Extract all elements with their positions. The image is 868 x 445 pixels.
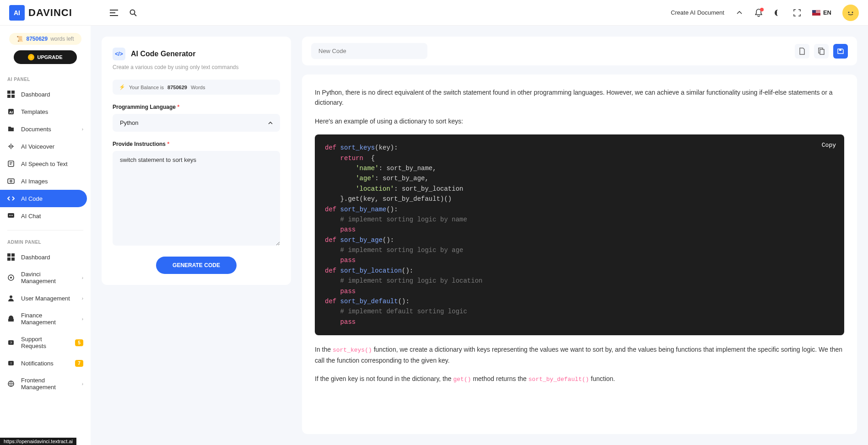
copy-code-button[interactable]: Copy [822, 141, 836, 150]
inline-code: get() [453, 376, 471, 383]
status-bar: https://openaidavinci.textract.ai [0, 438, 76, 445]
code-token: sort_by_name [336, 206, 386, 213]
create-ai-document-link[interactable]: Create AI Document [671, 9, 724, 16]
instructions-label-text: Provide Instructions [113, 141, 166, 147]
sidebar-item-label: Davinci Management [21, 271, 75, 284]
sidebar-item-templates[interactable]: AI Templates [0, 103, 91, 120]
svg-rect-17 [7, 253, 11, 257]
logo-text: Davinci [28, 7, 72, 19]
chevron-right-icon: › [82, 275, 83, 280]
code-token: 'name' [325, 165, 379, 172]
sidebar-item-chat[interactable]: AI Chat [0, 207, 91, 225]
svg-rect-6 [7, 95, 11, 98]
code-token: sort_keys [336, 144, 375, 151]
document-icon-button[interactable] [795, 44, 809, 59]
instructions-wrapper [113, 151, 280, 246]
chevron-right-icon: › [82, 127, 83, 132]
sidebar-item-finance-mgmt[interactable]: Finance Management › [0, 307, 91, 331]
code-token: return [325, 155, 363, 162]
svg-rect-19 [7, 257, 11, 261]
svg-text:!: ! [11, 361, 11, 365]
flag-us-icon [812, 10, 820, 16]
balance-amount: 8750629 [167, 85, 187, 90]
images-icon [7, 177, 15, 185]
chevron-up-icon[interactable] [735, 9, 744, 17]
language-select[interactable]: Python [113, 114, 280, 132]
upgrade-bolt-icon: ⚡ [28, 54, 34, 60]
sidebar-item-notifications[interactable]: ! Notifications 7 [0, 354, 91, 372]
voiceover-icon [7, 143, 15, 150]
sidebar-item-davinci-mgmt[interactable]: Davinci Management › [0, 266, 91, 290]
notifications-bell-icon[interactable] [755, 9, 763, 17]
code-token: (): [386, 206, 398, 213]
sidebar-item-speech[interactable]: AI Speech to Text [0, 155, 91, 172]
menu-toggle-icon[interactable] [110, 9, 118, 17]
language-selector[interactable]: EN [812, 9, 831, 16]
svg-rect-31 [839, 49, 841, 51]
sidebar-item-label: Templates [21, 108, 48, 115]
balance-suffix: Words [191, 85, 205, 90]
header-left-icons [110, 9, 137, 17]
bolt-icon: ⚡ [119, 84, 125, 90]
code-token: def [325, 267, 336, 274]
sidebar-item-label: Dashboard [21, 254, 50, 261]
sidebar-item-code[interactable]: AI Code [0, 190, 87, 207]
code-token: sort_by_location [336, 267, 402, 274]
code-token: (): [402, 267, 413, 274]
notification-icon: ! [7, 359, 15, 367]
instructions-input[interactable] [120, 156, 273, 239]
divider [7, 230, 83, 231]
avatar[interactable] [842, 5, 859, 21]
dark-mode-icon[interactable] [774, 9, 782, 17]
output-header [302, 37, 857, 65]
svg-point-23 [10, 295, 12, 298]
sidebar-item-admin-dashboard[interactable]: Dashboard [0, 248, 91, 266]
code-token: (): [383, 236, 394, 244]
sidebar-item-images[interactable]: AI Images [0, 172, 91, 190]
code-token: : sort_by_name, [379, 165, 437, 172]
sidebar-item-label: Frontend Management [21, 377, 75, 391]
output-body: In Python, there is no direct equivalent… [302, 75, 857, 434]
sidebar-item-documents[interactable]: Documents › [0, 120, 91, 138]
balance-prefix: Your Balance is [129, 85, 164, 90]
code-token: (key): [375, 144, 398, 151]
sidebar-item-frontend-mgmt[interactable]: Frontend Management › [0, 372, 91, 396]
money-icon [7, 315, 15, 322]
dashboard-icon [7, 91, 15, 98]
gear-icon [7, 274, 15, 281]
section-ai-panel: AI PANEL [0, 73, 91, 86]
sidebar-item-dashboard[interactable]: Dashboard [0, 86, 91, 103]
svg-rect-10 [8, 161, 14, 166]
svg-point-22 [10, 277, 12, 279]
upgrade-button[interactable]: ⚡ UPGRADE [14, 50, 77, 64]
code-token: pass [325, 288, 356, 295]
sidebar-item-user-mgmt[interactable]: User Management › [0, 290, 91, 307]
user-icon [7, 295, 15, 302]
templates-icon: AI [7, 108, 15, 115]
svg-point-1 [846, 8, 856, 18]
generate-button[interactable]: GENERATE CODE [156, 257, 237, 274]
svg-point-14 [9, 215, 10, 216]
text-span: In the [315, 346, 333, 353]
sidebar-item-label: Support Requests [21, 336, 69, 349]
text-span: function. [589, 375, 615, 382]
search-icon[interactable] [129, 9, 137, 17]
notification-dot [760, 8, 764, 11]
chevron-right-icon: › [82, 316, 83, 322]
code-token: # implement sorting logic by location [325, 277, 482, 284]
svg-point-16 [12, 215, 13, 216]
code-token: def [325, 144, 336, 151]
balance-icon: 📜 [16, 36, 23, 42]
svg-rect-30 [820, 49, 824, 54]
sidebar-item-support[interactable]: ? Support Requests 5 [0, 331, 91, 354]
sidebar-item-voiceover[interactable]: AI Voiceover [0, 138, 91, 155]
code-token: # implement default sorting logic [325, 308, 467, 315]
code-title-input[interactable] [311, 43, 427, 59]
logo[interactable]: AI Davinci [9, 5, 92, 21]
svg-rect-7 [11, 95, 15, 98]
copy-icon-button[interactable] [814, 44, 829, 59]
fullscreen-icon[interactable] [793, 9, 801, 17]
language-code: EN [823, 9, 831, 16]
save-icon-button[interactable] [833, 44, 848, 59]
balance-number: 8750629 [26, 36, 48, 42]
